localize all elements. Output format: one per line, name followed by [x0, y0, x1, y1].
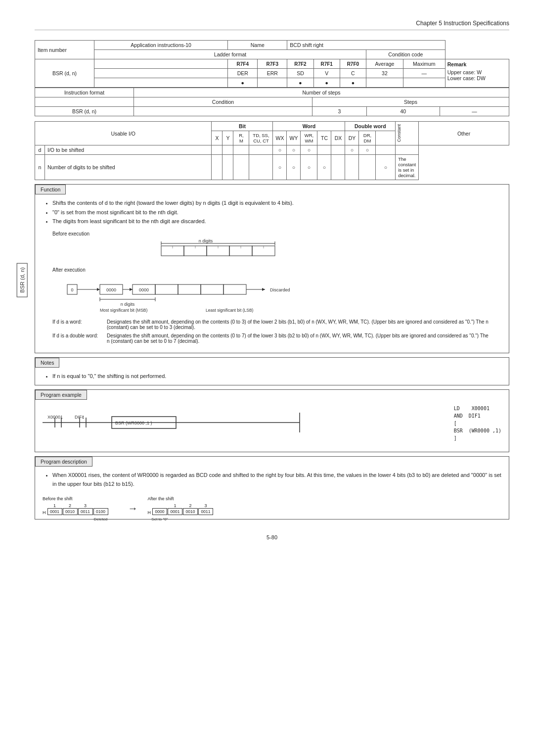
word-label: Word	[273, 122, 345, 131]
program-description-section: Program description When X00001 rises, t…	[35, 456, 509, 520]
function-section: Function Shifts the contents of d to the…	[35, 184, 509, 353]
svg-marker-21	[130, 288, 133, 291]
function-label: Function	[35, 185, 66, 194]
bsr-max: —	[440, 107, 509, 116]
item-number-label: Item number	[38, 47, 67, 53]
upper-case: Upper case: W	[447, 69, 507, 75]
constant-note: The constant is set in decimal.	[396, 155, 419, 180]
side-label: BSR (d, n)	[17, 263, 28, 297]
if-d-word-label: If d is a word:	[52, 319, 107, 330]
name-label: Name	[251, 42, 265, 48]
r7f1: R7F1	[313, 59, 340, 69]
table-row-n: n Number of digits to be shifted ○○○○ ○ …	[35, 155, 509, 180]
program-description-label: Program description	[35, 457, 92, 467]
svg-rect-27	[223, 284, 246, 294]
svg-marker-29	[262, 288, 265, 291]
maximum-label: Maximum	[403, 59, 445, 69]
notes-label: Notes	[35, 358, 59, 368]
notes-content: If n is equal to "0," the shifting is no…	[35, 368, 509, 385]
der: DER	[228, 69, 258, 78]
notes-section: Notes If n is equal to "0," the shifting…	[35, 357, 509, 385]
other-label: Other	[419, 122, 509, 145]
before-execution-label: Before execution	[52, 231, 89, 236]
condition-code: Condition code	[388, 51, 423, 57]
after-execution: After execution 0 0000	[52, 267, 491, 314]
word-description: If d is a word: Designates the shift amo…	[52, 319, 491, 344]
ladder-code: LD X00001 AND DIF1 [ BSR (WR0000 ,1) ]	[454, 405, 501, 442]
after-shift-label: After the shift	[148, 496, 214, 501]
program-example-content: X00001 DIF1 BSR (WR0000 ,1 )	[35, 400, 509, 452]
program-example-label: Program example	[35, 390, 87, 400]
svg-rect-24	[155, 284, 178, 294]
double-word-label: Double word	[345, 122, 396, 131]
svg-text:BSR     (WR0000 ,1 ): BSR (WR0000 ,1 )	[115, 421, 152, 425]
constant-label: Constant	[397, 124, 401, 142]
svg-text:n digits: n digits	[199, 238, 213, 243]
program-example-section: Program example X00001 DIF1	[35, 389, 509, 452]
svg-text:Most significant bit (MSB): Most significant bit (MSB)	[100, 308, 148, 313]
r7f4: R7F4	[228, 59, 258, 69]
r7f2: R7F2	[287, 59, 313, 69]
r7f0: R7F0	[340, 59, 366, 69]
average-label: Average	[366, 59, 403, 69]
function-bullet-1: Shifts the contents of d to the right (t…	[52, 198, 501, 208]
svg-text:0000: 0000	[139, 287, 149, 292]
bit-label: Bit	[212, 122, 273, 131]
bsr-avg: 40	[366, 107, 440, 116]
if-d-word-desc: Designates the shift amount, depending o…	[107, 319, 491, 330]
application-instructions: Application instructions-10	[131, 42, 191, 48]
before-shift-label: Before the shift	[43, 496, 108, 501]
steps-label: Steps	[312, 97, 509, 107]
svg-text:Least significant bit (LSB): Least significant bit (LSB)	[206, 308, 254, 313]
usable-io-table: Usable I/O Bit Word Double word Constant…	[35, 121, 509, 180]
chapter-header: Chapter 5 Instruction Specifications	[35, 20, 509, 30]
digits-shifted-label: Number of digits to be shifted	[45, 155, 212, 180]
svg-text:n digits: n digits	[121, 302, 135, 307]
function-bullet-3: The digits from least significant bit to…	[52, 217, 501, 226]
svg-rect-25	[178, 284, 201, 294]
instruction-format-table: Instruction format Number of steps Condi…	[35, 88, 509, 116]
r7f3: R7F3	[258, 59, 287, 69]
before-shift: Before the shift H 1 0001 2 0010 3	[43, 496, 108, 515]
prog-desc-bullet: When X00001 rises, the content of WR0000…	[52, 471, 501, 489]
col-dx: DX	[331, 131, 345, 145]
table-row-d: d I/O to be shifted ○○○ ○○	[35, 145, 509, 155]
program-description-content: When X00001 rises, the content of WR0000…	[35, 467, 509, 519]
col-y: Y	[222, 131, 233, 145]
before-execution: Before execution n digits	[52, 231, 491, 263]
bsr-steps: 3	[312, 107, 367, 116]
ladder-format: Ladder format	[214, 51, 246, 57]
svg-text:Discarded: Discarded	[270, 287, 290, 292]
instruction-format: Instruction format	[35, 88, 134, 97]
bsr-label: BSR (d, n)	[52, 70, 77, 76]
if-d-double-word-label: If d is a double word:	[52, 333, 107, 344]
name-value: BCD shift right	[290, 42, 323, 48]
if-d-double-word-desc: Designates the shift amount, depending o…	[107, 333, 491, 344]
svg-text:0000: 0000	[106, 287, 116, 292]
function-bullet-2: "0" is set from the most significant bit…	[52, 208, 501, 217]
lower-case: Lower case: DW	[447, 75, 507, 81]
notes-bullet: If n is equal to "0," the shifting is no…	[52, 372, 501, 381]
io-shifted-label: I/O to be shifted	[45, 145, 212, 155]
ladder-diagram: X00001 DIF1 BSR (WR0000 ,1 )	[43, 408, 444, 438]
page-number: 5-80	[35, 534, 509, 540]
col-dy: DY	[345, 131, 359, 145]
err: ERR	[258, 69, 287, 78]
sd: SD	[287, 69, 313, 78]
svg-rect-26	[201, 284, 223, 294]
diagram-area: Before execution n digits	[43, 226, 501, 349]
shift-diagram: Before the shift H 1 0001 2 0010 3	[43, 496, 501, 515]
col-x: X	[212, 131, 222, 145]
condition-label: Condition	[134, 97, 312, 107]
svg-marker-17	[97, 288, 100, 291]
col-wy: WY	[287, 131, 301, 145]
after-execution-label: After execution	[52, 267, 86, 273]
remark-label: Remark	[447, 61, 507, 67]
v: V	[313, 69, 340, 78]
number-of-steps: Number of steps	[134, 88, 509, 97]
col-wx: WX	[273, 131, 287, 145]
usable-io-label: Usable I/O	[35, 122, 212, 145]
bsr-label-2: BSR (d, n)	[35, 107, 134, 116]
info-table: Item number Application instructions-10 …	[35, 40, 509, 88]
c: C	[340, 69, 366, 78]
